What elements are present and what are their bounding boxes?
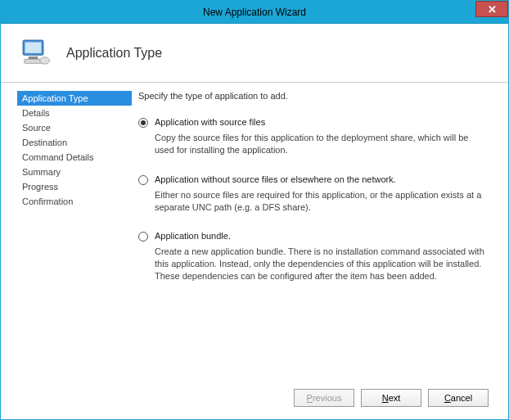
next-button[interactable]: Next xyxy=(361,389,421,407)
window-title: New Application Wizard xyxy=(203,7,306,18)
sidebar-item-details[interactable]: Details xyxy=(17,106,132,120)
option-without-source[interactable]: Application without source files or else… xyxy=(138,174,489,214)
steps-sidebar: Application Type Details Source Destinat… xyxy=(1,83,132,377)
sidebar-item-source[interactable]: Source xyxy=(17,120,132,135)
option-label: Application without source files or else… xyxy=(155,174,489,184)
sidebar-item-command-details[interactable]: Command Details xyxy=(17,150,132,165)
svg-rect-1 xyxy=(25,42,42,52)
wizard-body: Application Type Details Source Destinat… xyxy=(1,83,508,377)
svg-point-4 xyxy=(40,56,50,63)
option-label: Application bundle. xyxy=(155,231,489,241)
sidebar-item-destination[interactable]: Destination xyxy=(17,135,132,150)
main-panel: Specify the type of application to add. … xyxy=(132,83,508,377)
svg-rect-2 xyxy=(29,56,38,59)
option-bundle[interactable]: Application bundle. Create a new applica… xyxy=(138,231,489,282)
instruction-text: Specify the type of application to add. xyxy=(138,91,489,101)
sidebar-item-application-type[interactable]: Application Type xyxy=(17,91,132,106)
option-description: Create a new application bundle. There i… xyxy=(155,246,489,282)
cancel-button[interactable]: Cancel xyxy=(428,389,489,407)
sidebar-item-progress[interactable]: Progress xyxy=(17,179,132,194)
close-button[interactable]: ✕ xyxy=(475,1,508,17)
radio-bundle[interactable] xyxy=(138,232,148,242)
sidebar-item-summary[interactable]: Summary xyxy=(17,165,132,179)
computer-icon xyxy=(19,36,52,70)
titlebar: New Application Wizard ✕ xyxy=(1,1,508,24)
svg-rect-3 xyxy=(25,59,43,63)
page-title: Application Type xyxy=(66,46,162,61)
wizard-header: Application Type xyxy=(1,24,508,83)
radio-without-source[interactable] xyxy=(138,175,148,185)
close-icon: ✕ xyxy=(488,3,497,16)
radio-with-source[interactable] xyxy=(138,118,148,128)
option-label: Application with source files xyxy=(155,117,489,127)
option-description: Either no source files are required for … xyxy=(155,189,489,214)
option-with-source[interactable]: Application with source files Copy the s… xyxy=(138,117,489,156)
sidebar-item-confirmation[interactable]: Confirmation xyxy=(17,194,132,209)
previous-button: Previous xyxy=(294,389,354,407)
wizard-footer: Previous Next Cancel xyxy=(1,377,508,418)
option-description: Copy the source files for this applicati… xyxy=(155,132,489,156)
